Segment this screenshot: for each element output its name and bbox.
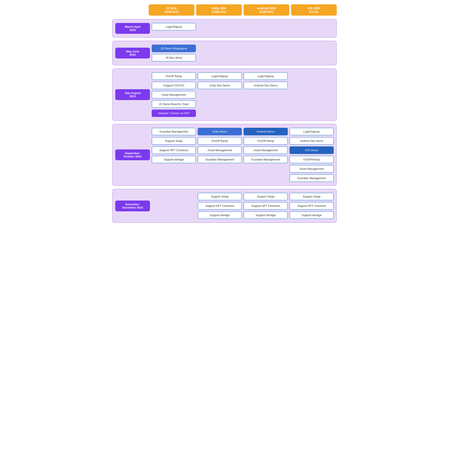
- feat-integrate-3-games[interactable]: Integrate 3 Games via MVP: [152, 110, 196, 117]
- feat-onoff-ramp-ios[interactable]: On/Off Ramp: [289, 156, 334, 163]
- page-container: JS SDK(UI&Core) Unity SDK(UI&Core) Andri…: [112, 4, 337, 223]
- timeline-row-march-april: March-April2023 Login/Signup: [112, 19, 337, 38]
- feat-onoff-ramp-js-july[interactable]: On/Off Ramp: [152, 72, 196, 80]
- col-ios-sep: Login/Signup Andriod Dev demo iOS Demo O…: [289, 128, 334, 182]
- feat-js-demo-beango[interactable]: JS Demo BeanGo Town: [152, 100, 196, 108]
- feat-ios-demo[interactable]: iOS Demo: [289, 146, 334, 154]
- col-js-may: JS Demo Bingogame JS Dev demo: [152, 45, 196, 62]
- feat-support-nft-js[interactable]: Support NFT Checkout: [152, 146, 196, 154]
- feat-onoff-ramp-unity[interactable]: On/Off Ramp: [198, 137, 242, 145]
- js-sdk-badge: JS SDK(UI&Core): [149, 4, 194, 16]
- feat-android-dev-demo-ios[interactable]: Andriod Dev demo: [289, 137, 334, 145]
- col-android-july: Login/Signup Andriod Dev Demo: [244, 72, 288, 89]
- feat-js-dev-demo[interactable]: JS Dev demo: [152, 54, 196, 62]
- header-row: JS SDK(UI&Core) Unity SDK(UI&Core) Andri…: [112, 4, 337, 16]
- feat-guardian-mgmt-ios[interactable]: Guardian Management: [289, 174, 334, 182]
- timeline-row-nov-dec: November-December 2023 Support Swap Supp…: [112, 189, 337, 223]
- feat-support-ebridge-js[interactable]: Support ebridge: [152, 156, 196, 163]
- col-unity-nov: Support Swap Support NFT Checkout Suppor…: [198, 193, 242, 219]
- feat-support-swap-js[interactable]: Support Swap: [152, 137, 196, 145]
- header-spacer: [112, 4, 147, 16]
- period-july-august: July-August2023: [115, 89, 150, 100]
- feat-unity-demo[interactable]: Unity Demo: [198, 128, 242, 135]
- feat-guardian-mgmt-js[interactable]: Guardian Management: [152, 128, 196, 135]
- feat-support-ebridge-ios[interactable]: Support ebridge: [289, 211, 334, 219]
- period-nov-dec: November-December 2023: [115, 201, 150, 211]
- feat-support-nft-ios[interactable]: Support NFT Checkout: [289, 202, 334, 210]
- feat-js-demo-bingogame[interactable]: JS Demo Bingogame: [152, 45, 196, 52]
- feat-support-ebridge-unity[interactable]: Support ebridge: [198, 211, 242, 219]
- feat-guardian-mgmt-android[interactable]: Guardian Management: [244, 156, 288, 163]
- feat-asset-mgmt-unity[interactable]: Asset Management: [198, 146, 242, 154]
- feat-support-swap-ios[interactable]: Support Swap: [289, 193, 334, 200]
- col-js-july: On/Off Ramp Support COCOS Asset Manageme…: [152, 72, 196, 117]
- feat-android-demo[interactable]: Andriod Demo: [244, 128, 288, 135]
- period-may-june: May-June2023: [115, 48, 150, 58]
- feat-onoff-ramp-android[interactable]: On/Off Ramp: [244, 137, 288, 145]
- col-android-sep: Andriod Demo On/Off Ramp Asset Managemen…: [244, 128, 288, 163]
- timeline-row-may-june: May-June2023 JS Demo Bingogame JS Dev de…: [112, 41, 337, 65]
- col-android-nov: Support Swap Support NFT Checkout Suppor…: [244, 193, 288, 219]
- feat-support-nft-android[interactable]: Support NFT Checkout: [244, 202, 288, 210]
- ios-sdk-badge: iOS SDK(Core): [291, 4, 337, 16]
- timeline-row-sep-oct: September-October 2023 Guardian Manageme…: [112, 124, 337, 186]
- android-sdk-badge: Andriod SDK(UI&Core): [244, 4, 289, 16]
- feat-guardian-mgmt-unity[interactable]: Guardian Management: [198, 156, 242, 163]
- unity-sdk-badge: Unity SDK(UI&Core): [196, 4, 242, 16]
- feat-login-signup-march[interactable]: Login/Signup: [152, 23, 196, 31]
- feat-support-ebridge-android[interactable]: Support ebridge: [244, 211, 288, 219]
- feat-support-nft-unity[interactable]: Support NFT Checkout: [198, 202, 242, 210]
- feat-login-signup-android-july[interactable]: Login/Signup: [244, 72, 288, 80]
- feat-support-swap-android[interactable]: Support Swap: [244, 193, 288, 200]
- feat-asset-mgmt-ios[interactable]: Asset Management: [289, 165, 334, 173]
- feat-login-signup-ios[interactable]: Login/Signup: [289, 128, 334, 135]
- feat-support-swap-unity[interactable]: Support Swap: [198, 193, 242, 200]
- feat-android-dev-demo[interactable]: Andriod Dev Demo: [244, 82, 288, 89]
- col-unity-sep: Unity Demo On/Off Ramp Asset Management …: [198, 128, 242, 163]
- feat-support-cocos[interactable]: Support COCOS: [152, 82, 196, 89]
- feat-asset-mgmt-js-july[interactable]: Asset Management: [152, 91, 196, 99]
- feat-login-signup-unity-july[interactable]: Login/Signup: [198, 72, 242, 80]
- feat-asset-mgmt-android[interactable]: Asset Management: [244, 146, 288, 154]
- period-march-april: March-April2023: [115, 23, 150, 34]
- timeline-row-july-august: July-August2023 On/Off Ramp Support COCO…: [112, 68, 337, 121]
- col-js-sep: Guardian Management Support Swap Support…: [152, 128, 196, 163]
- col-unity-july: Login/Signup Unity Dev Demo: [198, 72, 242, 89]
- col-js-march: Login/Signup: [152, 23, 196, 31]
- feat-unity-dev-demo[interactable]: Unity Dev Demo: [198, 82, 242, 89]
- period-sep-oct: September-October 2023: [115, 149, 150, 160]
- col-ios-nov: Support Swap Support NFT Checkout Suppor…: [289, 193, 334, 219]
